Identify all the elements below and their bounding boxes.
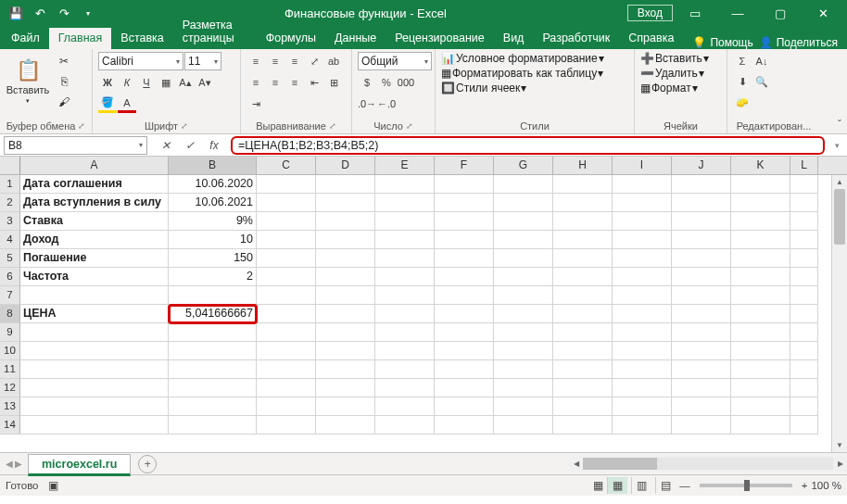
cell-L2[interactable] [790,194,818,212]
signin-button[interactable]: Вход [627,5,673,21]
row-header-4[interactable]: 4 [0,231,20,249]
cell-H1[interactable] [553,175,613,194]
font-size-combo[interactable]: 11▾ [184,52,221,70]
cell-D14[interactable] [316,416,375,435]
cell-L4[interactable] [790,231,818,249]
tab-file[interactable]: Файл [2,28,49,49]
cell-A14[interactable] [20,416,169,435]
tab-review[interactable]: Рецензирование [386,28,494,49]
cell-G3[interactable] [494,212,553,231]
cell-B7[interactable] [169,286,257,305]
align-right-icon[interactable]: ≡ [285,73,304,92]
cell-G2[interactable] [494,194,553,212]
cell-I11[interactable] [613,360,672,379]
minimize-icon[interactable]: — [717,1,758,25]
cell-F12[interactable] [435,379,494,397]
cell-D1[interactable] [316,175,375,194]
col-header-K[interactable]: K [731,157,790,174]
underline-button[interactable]: Ч [137,73,156,92]
cell-J3[interactable] [672,212,731,231]
col-header-B[interactable]: B [169,157,257,174]
cell-B2[interactable]: 10.06.2021 [169,194,257,212]
enter-formula-icon[interactable]: ✓ [179,136,201,155]
row-header-8[interactable]: 8 [0,305,20,323]
bold-button[interactable]: Ж [98,73,117,92]
cell-C11[interactable] [257,360,316,379]
cell-A2[interactable]: Дата вступления в силу [20,194,169,212]
cell-J7[interactable] [672,286,731,305]
row-header-6[interactable]: 6 [0,268,20,286]
cell-H6[interactable] [553,268,613,286]
cell-G9[interactable] [494,323,553,342]
cell-D4[interactable] [316,231,375,249]
cell-C4[interactable] [257,231,316,249]
scroll-down-icon[interactable]: ▼ [832,438,847,452]
row-header-12[interactable]: 12 [0,379,20,397]
cell-I13[interactable] [613,397,672,416]
cell-E11[interactable] [375,360,435,379]
cell-A8[interactable]: ЦЕНА [20,305,169,323]
comma-icon[interactable]: 000 [397,73,415,92]
fill-color-icon[interactable]: 🪣 [98,94,117,113]
decrease-decimal-icon[interactable]: ←.0 [377,94,396,113]
cell-B8[interactable]: 5,041666667 [169,305,257,323]
cell-I12[interactable] [613,379,672,397]
cell-K5[interactable] [731,249,790,268]
align-bottom-icon[interactable]: ≡ [285,52,304,70]
page-layout-view-icon[interactable]: ▥ [631,477,651,494]
cell-F3[interactable] [435,212,494,231]
row-header-3[interactable]: 3 [0,212,20,231]
cell-L7[interactable] [790,286,818,305]
cell-B14[interactable] [169,416,257,435]
cell-J1[interactable] [672,175,731,194]
cell-H14[interactable] [553,416,613,435]
cell-L12[interactable] [790,379,818,397]
add-sheet-icon[interactable]: + [138,455,157,473]
cell-B13[interactable] [169,397,257,416]
cell-K3[interactable] [731,212,790,231]
cell-J4[interactable] [672,231,731,249]
cell-I6[interactable] [613,268,672,286]
find-icon[interactable]: 🔍 [752,72,771,91]
tab-developer[interactable]: Разработчик [533,28,619,49]
cell-B4[interactable]: 10 [169,231,257,249]
cell-H2[interactable] [553,194,613,212]
cell-K13[interactable] [731,397,790,416]
cell-G6[interactable] [494,268,553,286]
align-center-icon[interactable]: ≡ [266,73,284,92]
cell-I3[interactable] [613,212,672,231]
cell-C1[interactable] [257,175,316,194]
zoom-in-icon[interactable]: + [802,480,808,491]
cell-D12[interactable] [316,379,375,397]
border-icon[interactable]: ▦ [157,73,175,92]
cell-H11[interactable] [553,360,613,379]
cell-C9[interactable] [257,323,316,342]
font-color-icon[interactable]: A [118,94,136,113]
row-header-1[interactable]: 1 [0,175,20,194]
cell-D11[interactable] [316,360,375,379]
cell-B12[interactable] [169,379,257,397]
formula-input[interactable]: =ЦЕНА(B1;B2;B3;B4;B5;2) [231,136,825,155]
cell-B1[interactable]: 10.06.2020 [169,175,257,194]
cell-K6[interactable] [731,268,790,286]
cell-I7[interactable] [613,286,672,305]
cell-D6[interactable] [316,268,375,286]
cell-B5[interactable]: 150 [169,249,257,268]
cell-A13[interactable] [20,397,169,416]
tab-data[interactable]: Данные [325,28,386,49]
cell-G14[interactable] [494,416,553,435]
cell-E3[interactable] [375,212,435,231]
autosum-icon[interactable]: Σ [733,52,752,70]
cell-G12[interactable] [494,379,553,397]
cell-I4[interactable] [613,231,672,249]
cell-J14[interactable] [672,416,731,435]
cell-L14[interactable] [790,416,818,435]
number-launcher-icon[interactable]: ⤢ [406,121,413,131]
cell-C10[interactable] [257,342,316,360]
align-middle-icon[interactable]: ≡ [266,52,284,70]
decrease-indent-icon[interactable]: ⇤ [305,73,323,92]
ribbon-options-icon[interactable]: ▭ [675,1,715,25]
format-cells-button[interactable]: ▦ Формат ▾ [640,82,698,94]
cell-C2[interactable] [257,194,316,212]
cell-G11[interactable] [494,360,553,379]
